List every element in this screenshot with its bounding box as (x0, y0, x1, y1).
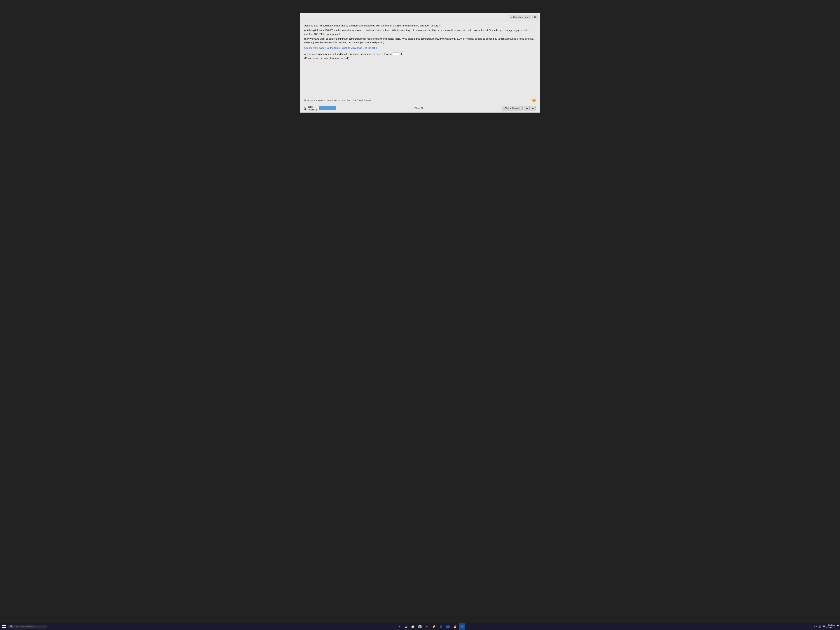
taskbar-calendar-icon[interactable]: 📅 (417, 624, 423, 630)
taskbar: 🔍 ○ ⧉ 📁 📅 ✦ ⚡ 🖥 🌐 🔥 W ? ∧ 🔊 🖥 2:16 AM 6/… (0, 623, 840, 630)
taskbar-clock[interactable]: 2:16 AM 6/24/2020 (826, 624, 835, 629)
clear-all-button[interactable]: Clear All (414, 107, 423, 110)
sys-icons: ? ∧ 🔊 🖥 (813, 625, 825, 628)
question-help-label: Question Help (513, 16, 529, 18)
table-link-1[interactable]: Click to view page 1 of the table (304, 47, 340, 49)
prev-button[interactable]: ◄ (524, 106, 530, 111)
answer-part-a-line: a. The percentage of normal and healthy … (304, 52, 536, 56)
taskbar-file-explorer-icon[interactable]: 📁 (410, 624, 416, 630)
part-b-text: Physicians want to select a minimum temp… (304, 38, 534, 44)
taskbar-date-display: 6/24/2020 (826, 627, 835, 629)
table-links-line: Click to view page 1 of the table Click … (304, 46, 536, 50)
taskbar-app2-icon[interactable]: ⚡ (431, 624, 437, 630)
part-b-label: b. (304, 38, 306, 40)
answer-part-a-unit: %. (400, 53, 403, 55)
answer-part-a-prefix: a. The percentage of normal and healthy … (304, 53, 392, 55)
gear-icon: ⚙ (534, 15, 536, 19)
next-button[interactable]: ► (530, 106, 536, 111)
taskbar-help-icon[interactable]: ? (813, 625, 815, 628)
help-lines-icon: ≡ (511, 16, 512, 18)
intro-text: Assume that human body temperatures are … (304, 24, 441, 27)
nav-arrows: ◄ ► (524, 106, 536, 111)
spacer (304, 60, 536, 95)
taskbar-chevron-icon[interactable]: ∧ (816, 625, 818, 628)
search-icon: 🔍 (10, 625, 13, 628)
parts-remaining: 2 parts remaining (304, 106, 336, 111)
question-help-button[interactable]: ≡ Question Help (509, 15, 531, 19)
window-toolbar: ≡ Question Help ⚙ (300, 13, 540, 21)
taskbar-app3-icon[interactable]: 🖥 (438, 624, 444, 630)
parts-number: 2 (304, 106, 306, 111)
taskbar-notification-icon[interactable]: 🗔 (837, 625, 839, 628)
taskbar-app1-icon[interactable]: ✦ (424, 624, 430, 630)
start-button[interactable] (1, 624, 7, 630)
part-a-label: a. (304, 29, 306, 32)
instruction-text: Enter your answer in the answer box and … (304, 99, 372, 102)
answer-part-a-input[interactable] (393, 52, 399, 56)
parts-label: parts remaining (308, 106, 317, 111)
bottom-instruction: Enter your answer in the answer box and … (300, 97, 540, 104)
question-part-a-text: a. A hospital uses 100.6°F as the lowest… (304, 28, 536, 36)
taskbar-volume-icon[interactable]: 🔊 (818, 625, 822, 628)
taskbar-search-bar[interactable]: 🔍 (8, 625, 47, 628)
parts-label-line1: parts (308, 106, 317, 108)
desktop-background: ≡ Question Help ⚙ Assume that human body… (0, 0, 840, 630)
content-area: Assume that human body temperatures are … (300, 21, 540, 97)
taskbar-time-display: 2:16 AM (826, 624, 835, 627)
windows-logo-icon (2, 625, 6, 628)
taskbar-firefox-icon[interactable]: 🔥 (452, 624, 458, 630)
taskbar-task-view-icon[interactable]: ⧉ (403, 624, 409, 630)
taskbar-edge-icon[interactable]: 🌐 (445, 624, 451, 630)
part-a-text: A hospital uses 100.6°F as the lowest te… (304, 29, 529, 35)
taskbar-word-icon[interactable]: W (459, 624, 465, 630)
check-nav-group: Check Answer ◄ ► (502, 106, 536, 111)
taskbar-system-tray: ? ∧ 🔊 🖥 2:16 AM 6/24/2020 🗔 (813, 624, 839, 629)
gear-button[interactable]: ⚙ (532, 15, 538, 19)
answer-section: a. The percentage of normal and healthy … (304, 52, 536, 60)
taskbar-cortana-icon[interactable]: ○ (396, 624, 402, 630)
footer-bar: 2 parts remaining Clear All Check Answer… (300, 104, 540, 112)
help-circle-icon[interactable]: ? (532, 99, 536, 102)
question-part-b-text: b. Physicians want to select a minimum t… (304, 37, 536, 45)
parts-label-line2: remaining (308, 108, 317, 111)
check-answer-button[interactable]: Check Answer (502, 106, 523, 111)
answer-part-a-note: (Round to two decimal places as needed.) (304, 57, 536, 60)
question-window: ≡ Question Help ⚙ Assume that human body… (300, 13, 540, 113)
taskbar-app-icons: ○ ⧉ 📁 📅 ✦ ⚡ 🖥 🌐 🔥 W (48, 624, 813, 630)
taskbar-network-icon[interactable]: 🖥 (823, 625, 825, 628)
taskbar-search-input[interactable] (14, 625, 43, 628)
question-intro: Assume that human body temperatures are … (304, 24, 536, 28)
table-link-2[interactable]: Click to view page 2 of the table (342, 47, 377, 49)
answer-field-blue (319, 106, 336, 110)
